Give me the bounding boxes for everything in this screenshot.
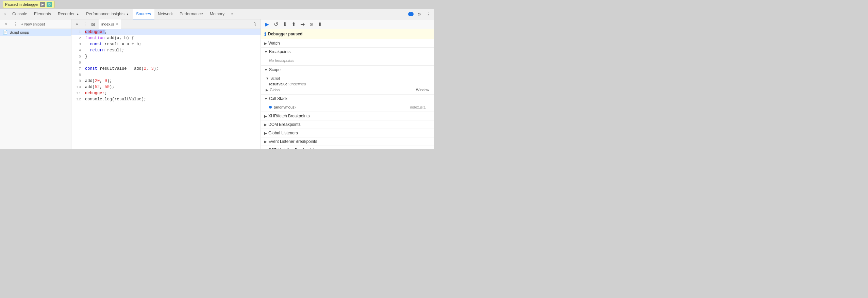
main-content: » ⋮ + New snippet 📄 Script snipp » ⋮ xyxy=(0,19,434,149)
xhr-triangle xyxy=(264,114,267,118)
resume-badge-btn[interactable]: ▶ xyxy=(40,2,45,7)
dbg-step-out-btn[interactable]: ⬆ xyxy=(290,21,297,28)
breakpoints-body: No breakpoints xyxy=(261,56,434,65)
breakpoints-triangle xyxy=(264,50,268,54)
scope-global-header[interactable]: Global xyxy=(266,88,281,92)
settings-icon[interactable]: ⚙ xyxy=(415,10,423,18)
top-bar: Paused in debugger ▶ ↺ xyxy=(0,0,434,9)
dbg-step-btn[interactable]: ➡ xyxy=(299,21,306,28)
watch-section: Watch xyxy=(261,39,434,48)
paused-label: Paused in debugger xyxy=(5,2,38,6)
xhr-section: XHR/fetch Breakpoints xyxy=(261,112,434,120)
scope-section: Scope Script resultValue: undefined xyxy=(261,66,434,95)
line-content-10: add(52, 50); xyxy=(84,84,114,90)
dom-triangle xyxy=(264,123,267,127)
paused-text: Debugger paused xyxy=(268,32,302,36)
dbg-step-over-btn[interactable]: ↺ xyxy=(272,21,279,28)
tab-elements[interactable]: Elements xyxy=(31,9,54,19)
call-fn: (anonymous) xyxy=(274,105,296,109)
line-number-7: 7 xyxy=(71,66,84,72)
source-toolbar-right: ⤵ xyxy=(250,20,261,28)
line-content-9: add(20, 9); xyxy=(84,78,112,84)
code-line-5: 5} xyxy=(71,53,261,60)
performance-insights-icon: ▲ xyxy=(126,12,129,16)
breakpoints-header[interactable]: Breakpoints xyxy=(261,48,434,56)
tab-console[interactable]: Console xyxy=(9,9,31,19)
callstack-section: Call Stack (anonymous) index.js:1 xyxy=(261,95,434,112)
debugger-toolbar: ▶ ↺ ⬇ ⬆ ➡ ⊘ ⏸ xyxy=(261,19,434,29)
scope-body: Script resultValue: undefined Global Win… xyxy=(261,74,434,94)
dbg-resume-btn[interactable]: ▶ xyxy=(264,21,270,28)
source-tab-close[interactable]: × xyxy=(116,22,118,26)
scope-header[interactable]: Scope xyxy=(261,66,434,74)
code-line-6: 6 xyxy=(71,60,261,66)
tab-performance-insights[interactable]: Performance insights ▲ xyxy=(83,9,133,19)
step-badge-btn[interactable]: ↺ xyxy=(47,2,52,7)
dbg-deactivate-btn[interactable]: ⊘ xyxy=(308,21,315,28)
callstack-item[interactable]: (anonymous) index.js:1 xyxy=(261,104,434,110)
tab-performance[interactable]: Performance xyxy=(176,9,206,19)
debugger-panel: ▶ ↺ ⬇ ⬆ ➡ ⊘ ⏸ ℹ Debugger paused Watch xyxy=(261,19,434,149)
scope-script-header[interactable]: Script xyxy=(261,75,434,81)
line-content-6 xyxy=(84,60,87,66)
dbg-pause-btn[interactable]: ⏸ xyxy=(317,21,323,28)
line-content-4: return result; xyxy=(84,47,124,53)
line-content-8 xyxy=(84,72,87,78)
info-icon: ℹ xyxy=(264,31,266,37)
code-area[interactable]: 1debugger;2function add(a, b) {3 const r… xyxy=(71,29,261,149)
line-number-1: 1 xyxy=(71,29,84,35)
code-line-11: 11debugger; xyxy=(71,90,261,96)
scope-global-triangle xyxy=(266,88,268,92)
line-content-5: } xyxy=(84,53,87,60)
dom-header[interactable]: DOM Breakpoints xyxy=(261,120,434,129)
nav-more[interactable]: ⋮ xyxy=(12,20,20,28)
line-content-12: console.log(resultValue); xyxy=(84,96,146,102)
line-number-4: 4 xyxy=(71,47,84,53)
more-options-icon[interactable]: ⋮ xyxy=(424,10,433,18)
devtools: » Console Elements Recorder ▲ Performanc… xyxy=(0,9,434,149)
dbg-step-into-btn[interactable]: ⬇ xyxy=(281,21,288,28)
new-snippet-btn[interactable]: + New snippet xyxy=(21,22,45,26)
xhr-header[interactable]: XHR/fetch Breakpoints xyxy=(261,112,434,120)
event-listener-header[interactable]: Event Listener Breakpoints xyxy=(261,137,434,146)
source-tab-index[interactable]: index.js × xyxy=(99,19,121,29)
callstack-body: (anonymous) index.js:1 xyxy=(261,103,434,112)
line-number-2: 2 xyxy=(71,35,84,41)
code-line-9: 9add(20, 9); xyxy=(71,78,261,84)
csp-header[interactable]: CSP Violation Breakpoints xyxy=(261,146,434,149)
nav-chevron[interactable]: » xyxy=(2,20,10,28)
line-number-3: 3 xyxy=(71,41,84,47)
source-jump-icon[interactable]: ⤵ xyxy=(251,20,259,28)
source-close-all[interactable]: ⊠ xyxy=(89,20,97,28)
code-line-3: 3 const result = a + b; xyxy=(71,41,261,47)
tab-icons-right: 1 ⚙ ⋮ xyxy=(408,10,433,18)
tab-bar: » Console Elements Recorder ▲ Performanc… xyxy=(0,9,434,19)
dom-section: DOM Breakpoints xyxy=(261,120,434,129)
tab-memory[interactable]: Memory xyxy=(206,9,228,19)
code-line-2: 2function add(a, b) { xyxy=(71,35,261,41)
source-nav-chevron[interactable]: » xyxy=(73,20,81,28)
file-nav: » ⋮ + New snippet 📄 Script snipp xyxy=(0,19,71,149)
tab-more[interactable]: » xyxy=(228,9,237,19)
code-line-10: 10add(52, 50); xyxy=(71,84,261,90)
watch-header[interactable]: Watch xyxy=(261,39,434,47)
tab-network[interactable]: Network xyxy=(154,9,176,19)
tab-sources[interactable]: Sources xyxy=(133,9,154,19)
source-toolbar: » ⋮ ⊠ index.js × ⤵ xyxy=(71,19,261,29)
global-listeners-header[interactable]: Global Listeners xyxy=(261,129,434,137)
tab-bar-chevron[interactable]: » xyxy=(1,11,9,18)
file-item-script[interactable]: 📄 Script snipp xyxy=(0,29,71,36)
code-line-7: 7const resultValue = add(2, 3); xyxy=(71,66,261,72)
code-line-4: 4 return result; xyxy=(71,47,261,53)
line-number-6: 6 xyxy=(71,60,84,66)
tab-recorder[interactable]: Recorder ▲ xyxy=(54,9,83,19)
source-nav-more[interactable]: ⋮ xyxy=(81,20,89,28)
line-content-11: debugger; xyxy=(84,90,107,96)
global-listeners-section: Global Listeners xyxy=(261,129,434,137)
callstack-header[interactable]: Call Stack xyxy=(261,95,434,103)
line-number-9: 9 xyxy=(71,78,84,84)
global-listeners-triangle xyxy=(264,131,267,135)
code-line-1: 1debugger; xyxy=(71,29,261,35)
line-number-12: 12 xyxy=(71,96,84,102)
paused-banner: ℹ Debugger paused xyxy=(261,29,434,39)
